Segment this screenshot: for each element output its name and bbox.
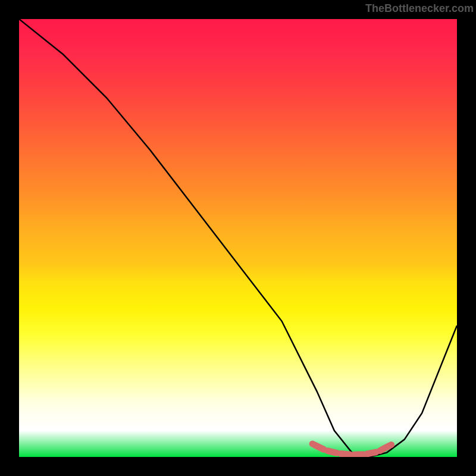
optimal-marker bbox=[314, 445, 324, 450]
optimal-marker bbox=[341, 453, 350, 455]
optimal-marker-end bbox=[388, 441, 394, 448]
optimal-marker-end bbox=[309, 440, 316, 447]
attribution-text: TheBottlenecker.com bbox=[365, 2, 474, 15]
chart-area bbox=[19, 19, 457, 457]
chart-svg bbox=[19, 19, 457, 457]
optimal-marker bbox=[328, 451, 337, 453]
optimal-marker bbox=[354, 455, 363, 455]
optimal-range-markers bbox=[309, 440, 395, 455]
bottleneck-curve bbox=[19, 19, 457, 457]
optimal-marker bbox=[367, 452, 376, 454]
optimal-marker bbox=[380, 446, 390, 450]
